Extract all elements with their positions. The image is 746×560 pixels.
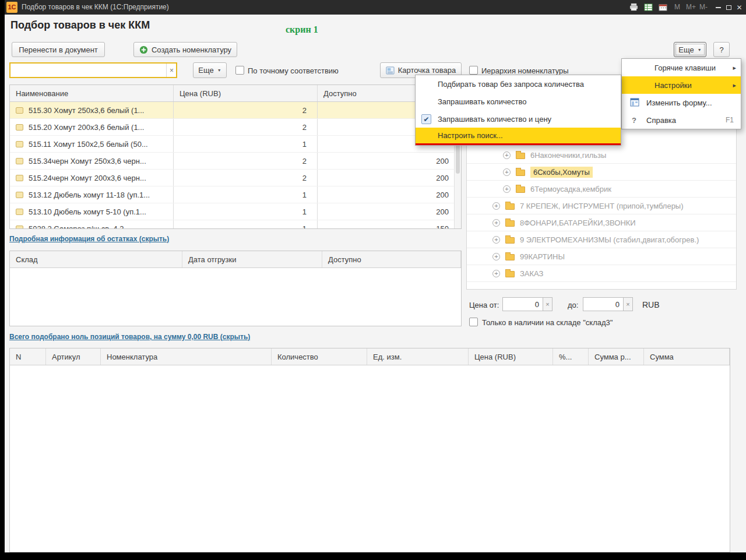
expand-icon[interactable]: + <box>492 253 500 260</box>
memory-m-button[interactable]: M <box>674 0 680 15</box>
column-header[interactable]: Цена (RUB) <box>174 85 318 101</box>
tree-item[interactable]: +9 ЭЛЕКТРОМЕХАНИЗМЫ (стабил,двигат,обогр… <box>467 231 736 248</box>
column-header[interactable]: Цена (RUB) <box>469 348 553 365</box>
close-button[interactable]: ✕ <box>734 0 744 15</box>
table-row[interactable]: 515.24черн Хомут 200х3,6 черн...2200 <box>10 170 461 186</box>
more-button[interactable]: Еще ▼ <box>674 42 706 57</box>
memory-m-plus-button[interactable]: M+ <box>686 0 696 15</box>
memory-m-minus-button[interactable]: M- <box>699 0 708 15</box>
product-name-cell: 513.10 Дюбель хомут 5-10 (уп.1... <box>10 203 174 220</box>
menu-item[interactable]: Горячие клавиши▸ <box>622 59 741 76</box>
column-header[interactable]: Сумма <box>644 348 730 365</box>
column-header[interactable]: Ед. изм. <box>367 348 469 365</box>
product-price-cell: 1 <box>174 136 318 152</box>
1c-logo-icon: 1С <box>6 2 17 13</box>
column-header[interactable]: Склад <box>10 251 182 267</box>
product-name-cell: 515.24черн Хомут 200х3,6 черн... <box>10 170 174 186</box>
page-title: Подбор товаров в чек ККМ <box>10 19 150 31</box>
print-icon[interactable] <box>629 3 638 14</box>
product-price-cell: 2 <box>174 119 318 135</box>
column-header[interactable]: Сумма р... <box>589 348 644 365</box>
tree-item[interactable]: +99КАРТИНЫ <box>467 248 736 265</box>
more-label: Еще <box>678 45 694 54</box>
table-row[interactable]: 515.20 Хомут 200х3,6 белый (1...2 <box>10 119 461 136</box>
column-header[interactable]: Дата отгрузки <box>182 251 322 267</box>
column-header[interactable]: Номенклатура <box>101 348 272 365</box>
product-name: 515.11 Хомут 150х2,5 белый (50... <box>29 140 148 149</box>
exact-match-checkbox[interactable] <box>235 66 244 75</box>
in-stock-checkbox[interactable] <box>469 318 478 326</box>
expand-icon[interactable]: + <box>503 185 511 193</box>
price-to-input[interactable] <box>583 297 624 311</box>
expand-icon[interactable]: + <box>492 236 500 244</box>
item-icon <box>16 192 23 198</box>
menu-item[interactable]: Изменить форму... <box>622 94 741 111</box>
table-row[interactable]: 515.34черн Хомут 250х3,6 черн...2200 <box>10 153 461 170</box>
product-name-cell: 515.20 Хомут 200х3,6 белый (1... <box>10 119 174 135</box>
product-name: 513.10 Дюбель хомут 5-10 (уп.1... <box>29 207 146 216</box>
minimize-button[interactable] <box>713 0 723 15</box>
clear-search-icon[interactable]: × <box>166 64 177 77</box>
table-row[interactable]: 5028.2 Саморез п/ш св. 4,2...1150 <box>10 220 461 228</box>
menu-item-label: Подбирать товар без запроса количества <box>438 80 584 89</box>
tree-item[interactable]: +7 КРЕПЕЖ, ИНСТРУМЕНТ (припой,тумблеры) <box>467 198 736 214</box>
calendar-icon[interactable] <box>659 3 667 14</box>
menu-item[interactable]: Запрашивать количество <box>416 93 621 110</box>
expand-icon[interactable]: + <box>492 202 500 210</box>
menu-item[interactable]: ✔Запрашивать количество и цену <box>416 110 621 128</box>
item-icon <box>16 158 23 164</box>
column-header[interactable]: Доступно <box>322 251 461 267</box>
transfer-to-document-button[interactable]: Перенести в документ <box>12 42 105 57</box>
app-window: 1С Подбор товаров в чек ККМ (1С:Предприя… <box>5 0 746 552</box>
hierarchy-checkbox[interactable] <box>469 66 478 75</box>
minimize-icon <box>716 7 721 8</box>
expand-icon[interactable]: + <box>503 168 511 176</box>
check-icon <box>421 97 431 107</box>
stock-table: СкладДата отгрузкиДоступно <box>9 251 462 326</box>
menu-item[interactable]: Настроить поиск... <box>416 128 621 145</box>
tree-item[interactable]: +6Наконечники,гильзы <box>467 147 736 164</box>
tree-item[interactable]: +6Скобы,Хомуты <box>467 164 736 181</box>
column-header[interactable]: %... <box>553 348 589 365</box>
menu-item[interactable]: Настройки▸ <box>622 76 741 94</box>
search-input[interactable] <box>9 62 177 78</box>
search-more-button[interactable]: Еще ▼ <box>193 62 227 78</box>
tree-item[interactable]: +ЗАКАЗ <box>467 265 736 282</box>
menu-item-label: Запрашивать количество <box>438 97 526 106</box>
column-header[interactable]: Артикул <box>46 348 101 365</box>
menu-item[interactable]: Подбирать товар без запроса количества <box>416 75 621 93</box>
price-from-input[interactable] <box>502 297 543 311</box>
window-title: Подбор товаров в чек ККМ (1С:Предприятие… <box>22 0 169 15</box>
spreadsheet-icon[interactable] <box>644 3 653 14</box>
product-name-cell: 513.12 Дюбель хомут 11-18 (уп.1... <box>10 186 174 203</box>
expand-icon[interactable]: + <box>492 270 500 277</box>
expand-icon[interactable]: + <box>503 152 511 159</box>
table-row[interactable]: 515.30 Хомут 250х3,6 белый (1...2 <box>10 102 461 119</box>
tree-item[interactable]: +6Термоусадка,кембрик <box>467 181 736 198</box>
create-nomenclature-label: Создать номенклатуру <box>152 45 231 54</box>
column-header[interactable]: N <box>10 348 46 365</box>
menu-item[interactable]: ?СправкаF1 <box>622 111 741 129</box>
clear-price-to-icon[interactable]: × <box>624 297 633 311</box>
product-name: 515.24черн Хомут 200х3,6 черн... <box>29 174 146 182</box>
product-price-cell: 2 <box>174 170 318 186</box>
submenu-arrow-icon: ▸ <box>733 82 736 89</box>
selection-summary-link[interactable]: Всего подобрано ноль позиций товаров, на… <box>9 333 250 341</box>
product-name-cell: 515.11 Хомут 150х2,5 белый (50... <box>10 136 174 152</box>
product-price-cell: 1 <box>174 220 318 228</box>
item-icon <box>16 124 23 131</box>
create-nomenclature-button[interactable]: Создать номенклатуру <box>133 42 237 57</box>
column-header[interactable]: Количество <box>272 348 367 365</box>
table-row[interactable]: 513.12 Дюбель хомут 11-18 (уп.1...1200 <box>10 186 461 203</box>
help-button[interactable]: ? <box>713 42 730 57</box>
table-row[interactable]: 515.11 Хомут 150х2,5 белый (50...1 <box>10 136 461 153</box>
tree-item[interactable]: +8ФОНАРИ,БАТАРЕЙКИ,ЗВОНКИ <box>467 214 736 231</box>
menu-item-label: Горячие клавиши <box>654 64 716 72</box>
maximize-button[interactable] <box>724 0 734 15</box>
expand-icon[interactable]: + <box>492 219 500 227</box>
column-header[interactable]: Наименование <box>10 85 174 101</box>
clear-price-from-icon[interactable]: × <box>543 297 553 311</box>
stock-details-link[interactable]: Подробная информация об остатках (скрыть… <box>9 235 169 243</box>
table-row[interactable]: 513.10 Дюбель хомут 5-10 (уп.1...1200 <box>10 203 461 220</box>
product-name: 5028.2 Саморез п/ш св. 4,2... <box>29 224 130 229</box>
